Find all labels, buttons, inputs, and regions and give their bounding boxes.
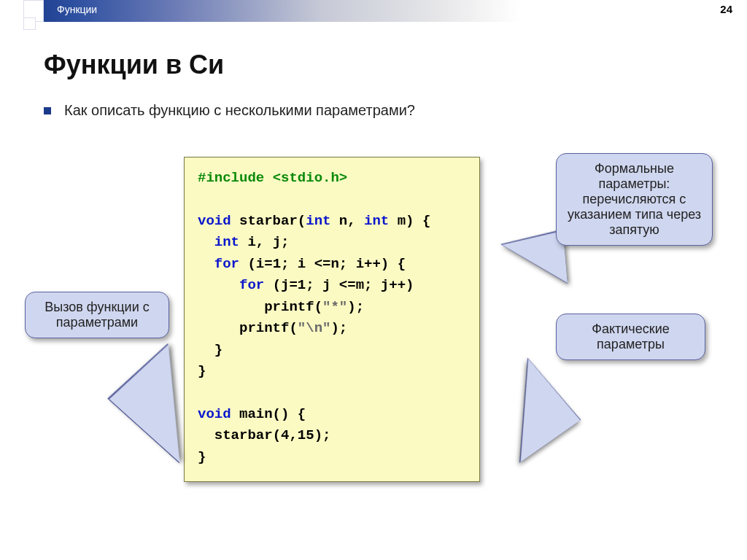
code-line: int i, j; (198, 232, 466, 253)
code-line (198, 382, 466, 403)
code-token: printf( (239, 320, 298, 336)
code-line: starbar(4,15); (198, 425, 466, 446)
code-token: int (214, 234, 239, 250)
code-line: for (i=1; i <=n; i++) { (198, 254, 466, 275)
code-token: #include (198, 170, 273, 186)
code-line: #include <stdio.h> (198, 168, 466, 189)
header-gradient (23, 0, 519, 22)
bullet-item: Как описать функцию с несколькими параме… (44, 102, 415, 119)
header-decor-square-2 (23, 18, 36, 30)
code-token: <stdio.h> (273, 170, 348, 186)
code-token: "*" (322, 299, 347, 315)
callout-tail (474, 354, 580, 462)
code-token: } (214, 342, 222, 358)
code-token: n, (330, 213, 364, 229)
callout-formal-params: Формальные параметры: перечисляются с ук… (556, 153, 713, 246)
callout-actual-params: Фактические параметры (556, 314, 705, 360)
code-line: } (198, 361, 466, 382)
code-token: i, j; (239, 234, 289, 250)
code-token: void (198, 213, 231, 229)
code-token: starbar( (231, 213, 306, 229)
code-token: } (198, 449, 206, 465)
code-line: printf("*"); (198, 297, 466, 318)
code-line: printf("\n"); (198, 318, 466, 339)
code-line: } (198, 447, 466, 468)
page-number: 24 (720, 3, 732, 15)
code-token: ); (347, 299, 364, 315)
code-token: "\n" (298, 320, 331, 336)
bullet-icon (44, 107, 51, 114)
code-token: ); (330, 320, 347, 336)
callout-function-call: Вызов функции с параметрами (25, 292, 169, 338)
code-token: for (214, 256, 239, 272)
section-label: Функции (57, 4, 97, 15)
code-line: for (j=1; j <=m; j++) (198, 275, 466, 296)
code-token: int (364, 213, 389, 229)
bullet-text: Как описать функцию с несколькими параме… (64, 102, 415, 119)
code-line: void main() { (198, 404, 466, 425)
code-line: void starbar(int n, int m) { (198, 211, 466, 232)
code-token: (j=1; j <=m; j++) (264, 277, 414, 293)
code-block: #include <stdio.h> void starbar(int n, i… (184, 157, 480, 482)
slide-title: Функции в Си (44, 50, 224, 80)
code-token: int (306, 213, 330, 229)
code-line (198, 189, 466, 210)
code-token: printf( (264, 299, 322, 315)
header-bar: Функции 24 (0, 0, 747, 22)
code-token: for (239, 277, 264, 293)
code-line: } (198, 340, 466, 361)
code-token: main() { (231, 406, 306, 422)
code-token: (i=1; i <=n; i++) { (239, 256, 406, 272)
code-token: starbar(4,15); (214, 427, 331, 443)
code-token: m) { (389, 213, 430, 229)
